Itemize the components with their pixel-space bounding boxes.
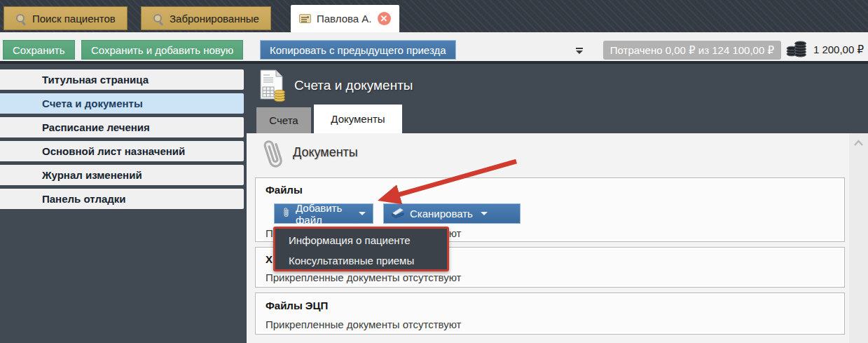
documents-panel: Документы Файлы Добавить файл bbox=[247, 133, 868, 343]
copy-previous-visit-label: Копировать с предыдущего приезда bbox=[270, 44, 446, 56]
toolbar: Сохранить Сохранить и добавить новую Коп… bbox=[0, 32, 868, 64]
ecp-box-title: Файлы ЭЦП bbox=[266, 300, 328, 311]
ecp-files-box: Файлы ЭЦП Прикрепленные документы отсутс… bbox=[255, 292, 845, 335]
search-icon bbox=[153, 13, 163, 24]
tab-documents-label: Документы bbox=[331, 113, 385, 125]
tab-bills[interactable]: Счета bbox=[256, 107, 311, 133]
scan-label: Сканировать bbox=[410, 208, 473, 220]
add-file-label: Добавить файл bbox=[296, 202, 351, 226]
second-box-title: Х bbox=[266, 253, 273, 265]
close-tab-icon[interactable]: ✕ bbox=[378, 12, 391, 25]
save-and-add-label: Сохранить и добавить новую bbox=[91, 44, 233, 56]
save-button[interactable]: Сохранить bbox=[3, 40, 75, 60]
spent-amount-text: Потрачено 0,00 ₽ из 124 100,00 ₽ bbox=[610, 44, 774, 57]
scroll-up-icon[interactable] bbox=[849, 137, 868, 149]
tab-label: Павлова А. bbox=[317, 13, 372, 25]
scanner-icon bbox=[391, 207, 405, 221]
app-window: Поиск пациентов Забронированные Павлова … bbox=[0, 0, 868, 343]
coins-icon bbox=[785, 40, 808, 60]
scrollbar[interactable] bbox=[849, 133, 868, 343]
tab-bills-label: Счета bbox=[269, 114, 298, 126]
main-region: Титульная страница Счета и документы Рас… bbox=[0, 67, 868, 343]
balance-amount: 1 200,00 ₽ bbox=[813, 43, 864, 56]
tab-patient-pavlova[interactable]: Павлова А. ✕ bbox=[291, 5, 399, 32]
tab-label: Поиск пациентов bbox=[32, 13, 116, 25]
chevron-down-icon bbox=[576, 51, 583, 54]
save-and-add-button[interactable]: Сохранить и добавить новую bbox=[81, 40, 243, 60]
sidebar-item-bills-documents[interactable]: Счета и документы bbox=[0, 93, 244, 114]
add-file-dropdown-menu: Информация о пациенте Консультативные пр… bbox=[273, 227, 449, 271]
files-box-title: Файлы bbox=[266, 184, 303, 196]
copy-previous-visit-button[interactable]: Копировать с предыдущего приезда bbox=[260, 40, 456, 60]
chevron-down-icon[interactable] bbox=[481, 212, 488, 215]
page-title: Счета и документы bbox=[294, 78, 413, 93]
chevron-down-icon[interactable] bbox=[359, 212, 366, 215]
paperclip-icon bbox=[255, 133, 292, 178]
tab-patient-search[interactable]: Поиск пациентов bbox=[4, 6, 128, 30]
save-button-label: Сохранить bbox=[13, 44, 65, 56]
sidebar-item-treatment-schedule[interactable]: Расписание лечения bbox=[0, 117, 244, 137]
add-file-button[interactable]: Добавить файл bbox=[274, 203, 373, 224]
sidebar-item-debug-panel[interactable]: Панель отладки bbox=[0, 189, 244, 209]
menu-item-patient-info[interactable]: Информация о пациенте bbox=[275, 230, 447, 250]
patient-card-icon bbox=[299, 14, 311, 23]
tab-booked[interactable]: Забронированные bbox=[141, 6, 271, 30]
menu-item-consultative-appointments[interactable]: Консультативные приемы bbox=[275, 250, 447, 271]
tab-label: Забронированные bbox=[170, 13, 259, 25]
sidebar-item-main-prescription-sheet[interactable]: Основной лист назначений bbox=[0, 141, 244, 161]
tab-documents[interactable]: Документы bbox=[314, 105, 402, 133]
paperclip-icon bbox=[282, 207, 291, 220]
search-icon bbox=[15, 13, 26, 24]
sidebar-item-change-log[interactable]: Журнал изменений bbox=[0, 165, 244, 185]
top-tab-bar: Поиск пациентов Забронированные Павлова … bbox=[0, 0, 868, 32]
document-coins-icon bbox=[258, 69, 286, 105]
sidebar-item-title-page[interactable]: Титульная страница bbox=[0, 69, 244, 90]
scan-button[interactable]: Сканировать bbox=[383, 203, 521, 224]
toolbar-overflow-toggle[interactable] bbox=[574, 48, 584, 58]
section-title-documents: Документы bbox=[293, 145, 358, 160]
ecp-box-empty-text: Прикрепленные документы отсутствуют bbox=[266, 318, 461, 330]
second-box-empty-text: Прикрепленные документы отсутствуют bbox=[266, 271, 461, 283]
spent-amount-badge: Потрачено 0,00 ₽ из 124 100,00 ₽ bbox=[603, 41, 781, 60]
